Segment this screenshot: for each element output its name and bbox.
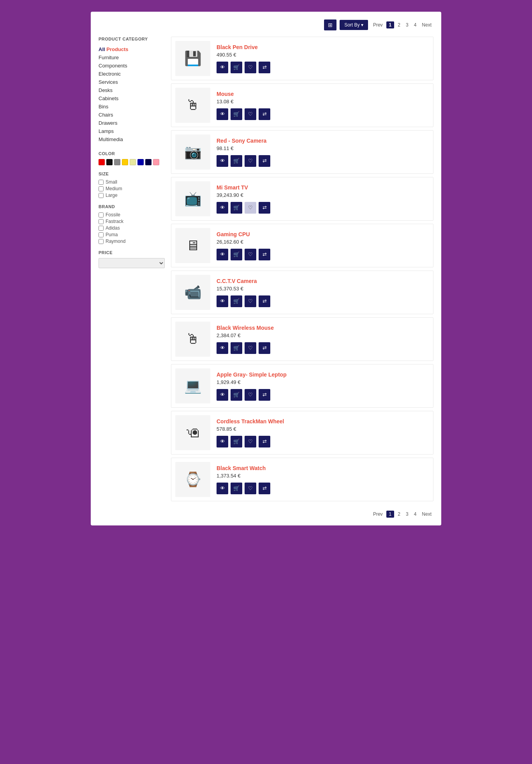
top-page-3-link[interactable]: 3: [404, 21, 410, 28]
eye-button-cctv-camera[interactable]: 👁: [217, 295, 228, 307]
compare-button-trackman[interactable]: ⇄: [259, 436, 270, 447]
category-components[interactable]: Components: [99, 62, 165, 70]
cart-button-cctv-camera[interactable]: 🛒: [231, 295, 242, 307]
eye-button-gaming-cpu[interactable]: 👁: [217, 249, 228, 260]
heart-button-smart-watch[interactable]: ♡: [245, 483, 256, 494]
cart-button-smart-watch[interactable]: 🛒: [231, 483, 242, 494]
compare-button-cctv-camera[interactable]: ⇄: [259, 295, 270, 307]
brand-raymond-label[interactable]: Raymond: [99, 239, 165, 244]
product-info-gaming-cpu: Gaming CPU 26,162.60 € 👁 🛒 ♡ ⇄: [217, 231, 429, 260]
color-dark-blue[interactable]: [145, 159, 151, 165]
compare-button-wireless-mouse[interactable]: ⇄: [259, 342, 270, 354]
product-image-black-pen-drive: 💾: [175, 41, 210, 76]
size-large-checkbox[interactable]: [99, 193, 104, 198]
bottom-page-3-link[interactable]: 3: [404, 511, 410, 518]
compare-button-black-pen-drive[interactable]: ⇄: [259, 62, 270, 73]
color-pink[interactable]: [153, 159, 159, 165]
top-page-4-link[interactable]: 4: [412, 21, 419, 28]
top-next-link[interactable]: Next: [420, 21, 433, 28]
top-page-2-link[interactable]: 2: [396, 21, 402, 28]
heart-button-trackman[interactable]: ♡: [245, 436, 256, 447]
category-drawers[interactable]: Drawers: [99, 119, 165, 127]
heart-button-mi-smart-tv[interactable]: ♡: [245, 202, 256, 214]
category-all-products[interactable]: All Products: [99, 45, 165, 53]
category-cabinets[interactable]: Cabinets: [99, 94, 165, 103]
heart-button-black-pen-drive[interactable]: ♡: [245, 62, 256, 73]
brand-puma-label[interactable]: Puma: [99, 232, 165, 237]
heart-button-mouse[interactable]: ♡: [245, 108, 256, 120]
cart-button-black-pen-drive[interactable]: 🛒: [231, 62, 242, 73]
size-medium-label[interactable]: Medium: [99, 186, 165, 191]
brand-fastrack-checkbox[interactable]: [99, 219, 104, 224]
compare-button-mouse[interactable]: ⇄: [259, 108, 270, 120]
cart-button-gaming-cpu[interactable]: 🛒: [231, 249, 242, 260]
eye-button-mi-smart-tv[interactable]: 👁: [217, 202, 228, 214]
size-large-label[interactable]: Large: [99, 193, 165, 198]
eye-button-trackman[interactable]: 👁: [217, 436, 228, 447]
grid-view-button[interactable]: ⊞: [324, 19, 336, 30]
eye-button-apple-laptop[interactable]: 👁: [217, 389, 228, 401]
brand-adidas-checkbox[interactable]: [99, 226, 104, 231]
category-electronic[interactable]: Electronic: [99, 70, 165, 78]
heart-button-apple-laptop[interactable]: ♡: [245, 389, 256, 401]
color-black[interactable]: [106, 159, 113, 165]
heart-button-sony-camera[interactable]: ♡: [245, 155, 256, 167]
bottom-next-link[interactable]: Next: [420, 511, 433, 518]
price-select[interactable]: 0 - 100 100 - 500 500 - 1000 1000+: [99, 258, 165, 268]
cart-button-mouse[interactable]: 🛒: [231, 108, 242, 120]
brand-adidas-label[interactable]: Adidas: [99, 225, 165, 231]
bottom-prev-link[interactable]: Prev: [371, 511, 385, 518]
product-name-apple-laptop: Apple Gray- Simple Leptop: [217, 371, 429, 378]
product-actions-apple-laptop: 👁 🛒 ♡ ⇄: [217, 389, 429, 401]
bottom-page-1[interactable]: 1: [386, 511, 395, 518]
compare-button-gaming-cpu[interactable]: ⇄: [259, 249, 270, 260]
category-lamps[interactable]: Lamps: [99, 127, 165, 135]
cart-button-apple-laptop[interactable]: 🛒: [231, 389, 242, 401]
sort-by-button[interactable]: Sort By ▾: [340, 20, 368, 30]
compare-button-mi-smart-tv[interactable]: ⇄: [259, 202, 270, 214]
brand-fossile-checkbox[interactable]: [99, 212, 104, 218]
category-multimedia[interactable]: Multimedia: [99, 135, 165, 143]
compare-button-apple-laptop[interactable]: ⇄: [259, 389, 270, 401]
product-image-wireless-mouse: 🖱: [175, 322, 210, 357]
size-small-label[interactable]: Small: [99, 179, 165, 185]
category-services[interactable]: Services: [99, 78, 165, 86]
eye-button-sony-camera[interactable]: 👁: [217, 155, 228, 167]
category-bins[interactable]: Bins: [99, 103, 165, 111]
bottom-page-2-link[interactable]: 2: [396, 511, 402, 518]
eye-button-smart-watch[interactable]: 👁: [217, 483, 228, 494]
heart-button-wireless-mouse[interactable]: ♡: [245, 342, 256, 354]
top-prev-link[interactable]: Prev: [371, 21, 385, 28]
bottom-page-4-link[interactable]: 4: [412, 511, 419, 518]
category-furniture[interactable]: Furniture: [99, 53, 165, 62]
cart-button-trackman[interactable]: 🛒: [231, 436, 242, 447]
size-options: Small Medium Large: [99, 179, 165, 198]
eye-button-mouse[interactable]: 👁: [217, 108, 228, 120]
size-medium-checkbox[interactable]: [99, 186, 104, 191]
top-page-1[interactable]: 1: [386, 21, 395, 28]
color-blue[interactable]: [137, 159, 144, 165]
brand-raymond-checkbox[interactable]: [99, 239, 104, 244]
compare-button-smart-watch[interactable]: ⇄: [259, 483, 270, 494]
category-chairs[interactable]: Chairs: [99, 111, 165, 119]
heart-button-gaming-cpu[interactable]: ♡: [245, 249, 256, 260]
brand-puma-checkbox[interactable]: [99, 232, 104, 237]
color-yellow[interactable]: [122, 159, 128, 165]
cart-button-mi-smart-tv[interactable]: 🛒: [231, 202, 242, 214]
compare-button-sony-camera[interactable]: ⇄: [259, 155, 270, 167]
brand-fastrack-label[interactable]: Fastrack: [99, 219, 165, 224]
size-small-checkbox[interactable]: [99, 180, 104, 185]
color-gray[interactable]: [114, 159, 120, 165]
product-info-wireless-mouse: Black Wireless Mouse 2,384.07 € 👁 🛒 ♡ ⇄: [217, 325, 429, 354]
cart-button-wireless-mouse[interactable]: 🛒: [231, 342, 242, 354]
color-red[interactable]: [99, 159, 105, 165]
cart-button-sony-camera[interactable]: 🛒: [231, 155, 242, 167]
color-light-yellow[interactable]: [130, 159, 136, 165]
category-desks[interactable]: Desks: [99, 86, 165, 94]
top-bar: ⊞ Sort By ▾ Prev 1 2 3 4 Next: [99, 19, 433, 30]
eye-button-wireless-mouse[interactable]: 👁: [217, 342, 228, 354]
heart-button-cctv-camera[interactable]: ♡: [245, 295, 256, 307]
product-item: 🖱 Mouse 13.08 € 👁 🛒 ♡ ⇄: [171, 83, 433, 127]
eye-button-black-pen-drive[interactable]: 👁: [217, 62, 228, 73]
brand-fossile-label[interactable]: Fossile: [99, 212, 165, 218]
